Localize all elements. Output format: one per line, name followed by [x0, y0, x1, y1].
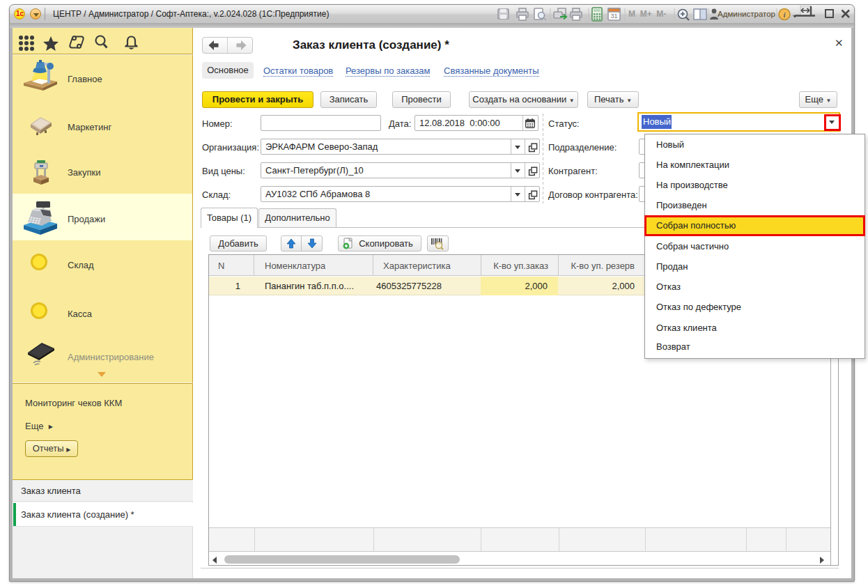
svg-text:31: 31 [610, 13, 617, 20]
